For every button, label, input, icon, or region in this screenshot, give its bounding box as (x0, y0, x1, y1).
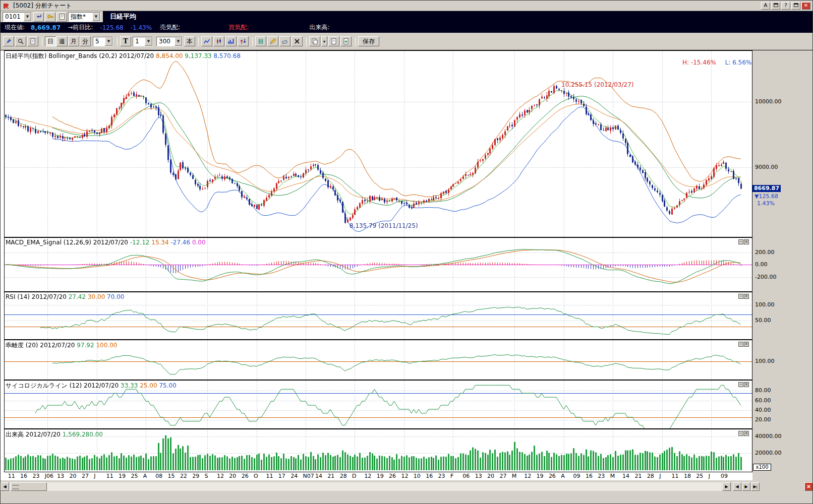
panel-separator[interactable] (4, 428, 752, 429)
bars-unit-button[interactable]: 本 (184, 36, 195, 46)
deviation-close-icon[interactable]: × (744, 342, 749, 347)
bar-back-button[interactable]: ◀ (733, 482, 741, 491)
volume-unit-badge: x100 (753, 464, 771, 471)
price-badge: 8669.87 (752, 185, 781, 192)
deviation-panel-controls: –× (738, 342, 749, 347)
axis-tick-label: 100.00 (755, 358, 775, 364)
code-combo-arrow-icon[interactable]: ▼ (24, 13, 31, 21)
h-scrollbar: ◀ ▶ ◀ ▶ ▶| ✕ (1, 482, 813, 491)
code-combo[interactable]: 0101 ▼ (3, 12, 32, 22)
scroll-track[interactable] (10, 482, 722, 491)
minutes-combo[interactable]: 5 ▼ (93, 37, 113, 46)
text-tool-button[interactable]: T (120, 36, 131, 46)
memo-button[interactable] (56, 12, 67, 22)
time-axis-label: 15 (168, 473, 175, 479)
period-month-button[interactable]: 月 (68, 36, 79, 46)
pencil-button[interactable] (267, 36, 278, 46)
scroll-right-button[interactable]: ▶ (722, 482, 731, 491)
help-button[interactable]: ? (781, 2, 790, 10)
macd-close-icon[interactable]: × (744, 239, 749, 244)
psychological-panel-controls: –× (738, 382, 749, 387)
psychological-close-icon[interactable]: × (744, 382, 749, 387)
panel-header-part: 100.00 (96, 342, 117, 349)
minutes-combo-arrow-icon[interactable]: ▼ (105, 37, 112, 46)
macd-panel-controls: –× (738, 239, 749, 244)
time-axis-label: 08 (155, 473, 162, 479)
time-axis-label: J06 (45, 473, 53, 479)
time-axis-label: 16 (586, 473, 593, 479)
rsi-panel-header: RSI (14) 2012/07/20 27.42 30.00 70.00 (6, 293, 124, 300)
axis-tick-label: 100.00 (755, 301, 775, 308)
eraser-button[interactable] (279, 36, 291, 46)
change-value: -125.68 (100, 24, 123, 31)
t-combo[interactable]: 1 ▼ (133, 37, 153, 46)
bars-combo[interactable]: 300 ▼ (156, 37, 183, 46)
grid-button[interactable] (255, 36, 266, 46)
time-axis-label: 19 (119, 473, 126, 479)
candlestick-chart-button[interactable] (213, 36, 224, 46)
deviation-minimize-icon[interactable]: – (738, 342, 743, 347)
index-select[interactable]: 指数* ▼ (68, 12, 100, 22)
pin-button[interactable] (3, 36, 14, 46)
font-size-button[interactable]: A (761, 2, 770, 10)
volume-minimize-icon[interactable]: – (738, 431, 743, 436)
panel-header-part: 8,854.00 (156, 52, 185, 59)
current-price-label: 現在値: (5, 23, 25, 32)
restore-button[interactable] (791, 2, 800, 10)
time-axis-label: 11 (106, 473, 113, 479)
key-button[interactable] (45, 12, 55, 22)
panel-separator[interactable] (4, 237, 752, 238)
chart-top-border (4, 50, 752, 51)
page-add-button[interactable] (340, 36, 352, 46)
rsi-minimize-icon[interactable]: – (738, 294, 743, 299)
scroll-thumb[interactable] (11, 482, 47, 491)
new-window-button[interactable] (771, 2, 780, 10)
panel-header-part: 0.00 (192, 239, 206, 246)
jump-latest-button[interactable]: ▶| (751, 482, 760, 491)
copy-layout-arrow-button[interactable]: ▼ (321, 36, 327, 46)
rsi-close-icon[interactable]: × (744, 294, 749, 299)
psychological-minimize-icon[interactable]: – (738, 382, 743, 387)
bar-chart-button[interactable] (225, 36, 237, 46)
panel-separator[interactable] (4, 291, 752, 292)
save-button[interactable]: 保存 (358, 36, 379, 46)
volume-close-icon[interactable]: × (744, 431, 749, 436)
price-chart[interactable] (5, 51, 752, 237)
code-input[interactable]: 0101 (5, 13, 21, 20)
macd-minimize-icon[interactable]: – (738, 239, 743, 244)
updown-arrows-button[interactable] (238, 36, 249, 46)
ask-label: 売気配: (160, 23, 180, 32)
time-axis-label: 18 (684, 473, 691, 479)
peak-annotation: 10,255.15 (2012/03/27) (561, 81, 633, 88)
t-combo-arrow-icon[interactable]: ▼ (145, 37, 152, 46)
index-select-arrow-icon[interactable]: ▼ (92, 13, 100, 21)
close-button[interactable]: ✕ (801, 2, 810, 10)
toolbar-chart: 日 週 月 分 5 ▼ T 1 ▼ 300 ▼ 本 (1, 33, 812, 50)
bars-combo-arrow-icon[interactable]: ▼ (175, 37, 182, 46)
jump-button[interactable] (33, 12, 44, 22)
clear-drawings-button[interactable] (292, 36, 303, 46)
panel-separator[interactable] (4, 380, 752, 381)
scroll-left-button[interactable]: ◀ (1, 482, 9, 491)
copy-layout-button[interactable] (309, 36, 320, 46)
period-minute-button[interactable]: 分 (80, 36, 91, 46)
period-week-button[interactable]: 週 (56, 36, 68, 46)
time-axis-label: 19 (537, 473, 544, 479)
price-panel-header: 日経平均(指数) Bollinger_Bands (20,2) 2012/07/… (6, 52, 241, 60)
panel-separator[interactable] (4, 339, 752, 340)
panel-header-part: 乖離度 (20) 2012/07/20 (6, 342, 77, 349)
page-button[interactable] (328, 36, 339, 46)
axis-tick-label: 200.00 (755, 249, 775, 256)
time-axis-label: 17 (278, 473, 285, 479)
time-axis-label: 28 (647, 473, 654, 479)
period-day-button[interactable]: 日 (45, 36, 56, 46)
zoom-button[interactable] (15, 36, 26, 46)
new-page-button[interactable] (27, 36, 38, 46)
bar-forward-button[interactable]: ▶ (742, 482, 750, 491)
axis-tick-label: 20000.00 (755, 450, 782, 456)
axis-tick-label: 40.00 (755, 407, 771, 413)
line-chart-button[interactable] (201, 36, 212, 46)
time-axis-label: 09 (721, 473, 728, 479)
scroll-close-button[interactable]: ✕ (804, 482, 813, 491)
volume-chart[interactable] (5, 429, 752, 472)
